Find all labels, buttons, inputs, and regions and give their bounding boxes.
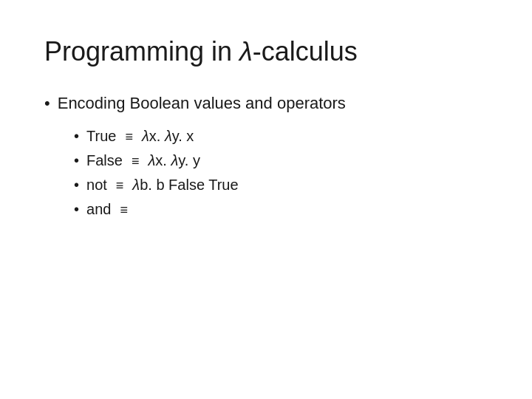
title-prefix: Programming in [44, 36, 239, 66]
title-suffix: -calculus [253, 36, 358, 66]
content-area: • Encoding Boolean values and operators … [44, 94, 488, 218]
main-bullet-text: Encoding Boolean values and operators [58, 94, 346, 113]
list-item: • True ≡ λx. λy. x [74, 128, 488, 145]
list-item: • False ≡ λx. λy. y [74, 152, 488, 169]
slide: Programming in λ-calculus • Encoding Boo… [0, 0, 532, 399]
sub-bullet-label-3: not [86, 177, 107, 194]
formula-3: λb. b False True [132, 177, 238, 194]
title-lambda: λ [239, 36, 253, 66]
sub-bullet-list: • True ≡ λx. λy. x • False ≡ λx. λy. y •… [74, 128, 488, 218]
sub-bullet-label-2: False [86, 152, 123, 169]
sub-bullet-dot-3: • [74, 177, 79, 194]
formula-1: λx. λy. x [142, 128, 194, 145]
equiv-symbol-1: ≡ [125, 129, 133, 145]
main-bullet-dot: • [44, 94, 50, 113]
sub-bullet-label-1: True [86, 128, 116, 145]
equiv-symbol-3: ≡ [116, 178, 124, 194]
main-bullet: • Encoding Boolean values and operators [44, 94, 488, 113]
equiv-symbol-4: ≡ [120, 202, 128, 218]
sub-bullet-dot-4: • [74, 201, 79, 218]
equiv-symbol-2: ≡ [132, 154, 140, 169]
sub-bullet-label-4: and [86, 201, 111, 218]
list-item: • not ≡ λb. b False True [74, 177, 488, 194]
slide-title: Programming in λ-calculus [44, 35, 488, 67]
list-item: • and ≡ [74, 201, 488, 218]
sub-bullet-dot-1: • [74, 128, 79, 145]
formula-2: λx. λy. y [148, 152, 200, 169]
sub-bullet-dot-2: • [74, 152, 79, 169]
